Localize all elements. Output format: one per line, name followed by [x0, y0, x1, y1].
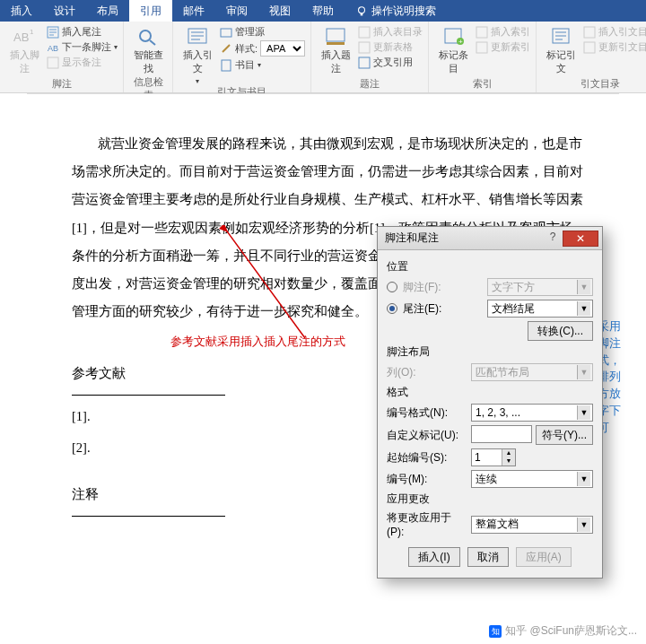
group-caption-label: 题注 [317, 77, 423, 92]
cross-reference[interactable]: 交叉引用 [358, 56, 423, 69]
chevron-down-icon: ▼ [577, 280, 590, 294]
tab-review[interactable]: 审阅 [215, 0, 258, 22]
update-icon [358, 41, 371, 54]
radio-footnote[interactable] [387, 282, 397, 292]
numbering-combo[interactable]: 连续▼ [471, 470, 593, 488]
section-position: 位置 [387, 259, 593, 274]
spin-up-icon[interactable]: ▲ [502, 449, 515, 457]
spin-down-icon[interactable]: ▼ [502, 457, 515, 466]
svg-rect-15 [359, 42, 370, 53]
svg-text:+: + [458, 38, 463, 46]
radio-endnote[interactable] [387, 303, 397, 314]
start-label: 起始编号(S): [387, 450, 466, 466]
chevron-down-icon[interactable]: ▼ [577, 518, 590, 532]
index-icon: + [441, 27, 466, 47]
tab-help[interactable]: 帮助 [301, 0, 345, 22]
biblio-icon [220, 59, 232, 72]
update-table[interactable]: 更新表格 [358, 40, 423, 54]
footnote-dialog: 脚注和尾注 ? ✕ 位置 脚注(F): 文字下方▼ 尾注(E): 文档结尾▼ 转… [377, 226, 603, 579]
numfmt-combo[interactable]: 1, 2, 3, ...▼ [471, 404, 593, 422]
bulb-icon [355, 5, 368, 18]
dialog-help-button[interactable]: ? [543, 231, 563, 247]
svg-text:1: 1 [30, 28, 34, 36]
manage-icon [220, 26, 232, 39]
numfmt-label: 编号格式(N): [387, 405, 466, 421]
chevron-down-icon: ▼ [577, 365, 590, 379]
tab-view[interactable]: 视图 [258, 0, 301, 22]
insert-tof[interactable]: 插入表目录 [358, 25, 423, 39]
section-format: 格式 [387, 385, 593, 400]
smart-lookup-button[interactable]: 智能查找 [129, 23, 167, 75]
insert-toa[interactable]: 插入引文目录 [583, 25, 646, 39]
separator [72, 516, 225, 517]
update-index[interactable]: 更新索引 [476, 40, 530, 54]
svg-text:AB: AB [48, 44, 58, 53]
mark-entry-button[interactable]: + 标记条目 [434, 23, 472, 75]
insidx-icon [476, 26, 488, 39]
start-number-spinner[interactable]: 1▲▼ [471, 448, 516, 466]
dialog-close-button[interactable]: ✕ [563, 231, 598, 247]
tab-references[interactable]: 引用 [129, 0, 172, 22]
footnote-label: 脚注(F): [403, 280, 482, 295]
chevron-down-icon[interactable]: ▼ [577, 405, 590, 420]
style-select[interactable]: APA [260, 40, 305, 57]
insert-footnote-button[interactable]: AB1 插入脚注 [5, 23, 43, 75]
footnote-position-combo: 文字下方▼ [487, 278, 593, 296]
search-icon [135, 27, 161, 47]
tell-me[interactable]: 操作说明搜索 [345, 0, 447, 22]
mark-citation-button[interactable]: 标记引文 [542, 23, 580, 75]
group-index-label: 索引 [434, 77, 530, 92]
tab-insert[interactable]: 插入 [0, 0, 43, 22]
chevron-down-icon[interactable]: ▼ [577, 301, 590, 316]
endnote-label: 尾注(E): [403, 301, 482, 317]
apply-button[interactable]: 应用(A) [516, 547, 572, 567]
next-footnote[interactable]: AB下一条脚注▾ [47, 40, 118, 54]
manage-sources[interactable]: 管理源 [220, 25, 305, 39]
toa-icon [583, 26, 596, 39]
endnote-position-combo[interactable]: 文档结尾▼ [487, 300, 593, 318]
dialog-titlebar[interactable]: 脚注和尾注 ? ✕ [378, 227, 602, 250]
style-icon [220, 42, 232, 55]
tell-me-label: 操作说明搜索 [371, 4, 436, 19]
chevron-down-icon[interactable]: ▼ [577, 472, 590, 486]
svg-rect-6 [48, 57, 58, 68]
svg-text:AB: AB [13, 30, 29, 44]
update-toa[interactable]: 更新引文目录 [583, 40, 646, 54]
tof-icon [358, 26, 371, 39]
numbering-label: 编号(M): [387, 472, 466, 487]
tab-mailings[interactable]: 邮件 [172, 0, 215, 22]
cancel-button[interactable]: 取消 [467, 547, 509, 567]
show-notes[interactable]: 显示备注 [47, 56, 118, 69]
svg-rect-13 [327, 42, 345, 45]
group-toa-label: 引文目录 [542, 77, 646, 92]
zhihu-icon: 知 [489, 625, 502, 638]
caption-icon [323, 27, 348, 47]
footnote-icon: AB1 [12, 27, 37, 47]
section-layout: 脚注布局 [387, 344, 593, 360]
svg-rect-14 [359, 27, 370, 38]
svg-point-7 [140, 30, 151, 41]
svg-rect-20 [476, 27, 487, 38]
insert-endnote[interactable]: 插入尾注 [47, 25, 118, 39]
tab-layout[interactable]: 布局 [86, 0, 129, 22]
endnote-icon [47, 26, 59, 39]
svg-rect-16 [359, 57, 370, 68]
insert-citation-button[interactable]: 插入引文 ▾ [179, 23, 216, 85]
convert-button[interactable]: 转换(C)... [528, 321, 593, 341]
bibliography[interactable]: 书目▾ [220, 58, 305, 72]
citation-icon [185, 27, 210, 47]
apply-combo[interactable]: 整篇文档▼ [471, 516, 593, 534]
show-icon [47, 57, 59, 69]
insert-index[interactable]: 插入索引 [476, 25, 530, 39]
svg-rect-23 [584, 27, 595, 38]
insert-button[interactable]: 插入(I) [408, 547, 459, 567]
group-footnotes-label: 脚注 [5, 77, 118, 92]
symbol-button[interactable]: 符号(Y)... [536, 425, 593, 445]
updtoa-icon [583, 41, 596, 54]
insert-caption-button[interactable]: 插入题注 [317, 23, 354, 75]
custom-mark-input[interactable] [471, 425, 532, 443]
citation-style[interactable]: 样式:APA [220, 40, 305, 57]
tab-design[interactable]: 设计 [43, 0, 86, 22]
svg-rect-12 [327, 29, 345, 41]
dialog-title: 脚注和尾注 [385, 231, 543, 246]
